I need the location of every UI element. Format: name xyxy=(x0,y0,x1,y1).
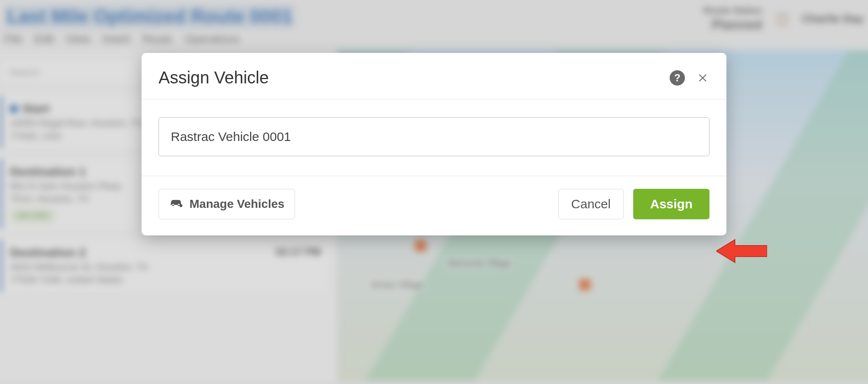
svg-point-0 xyxy=(180,204,183,207)
close-icon[interactable] xyxy=(696,71,709,85)
vehicle-input[interactable] xyxy=(159,117,709,156)
assign-vehicle-modal: Assign Vehicle ? Manage Vehicles xyxy=(142,53,726,235)
car-gear-icon xyxy=(169,197,184,211)
help-icon[interactable]: ? xyxy=(670,70,685,86)
assign-button[interactable]: Assign xyxy=(633,189,709,219)
modal-title: Assign Vehicle xyxy=(159,68,269,87)
cancel-button[interactable]: Cancel xyxy=(558,189,624,219)
modal-overlay: Assign Vehicle ? Manage Vehicles xyxy=(0,0,868,384)
manage-vehicles-label: Manage Vehicles xyxy=(189,197,284,211)
manage-vehicles-button[interactable]: Manage Vehicles xyxy=(159,189,295,219)
